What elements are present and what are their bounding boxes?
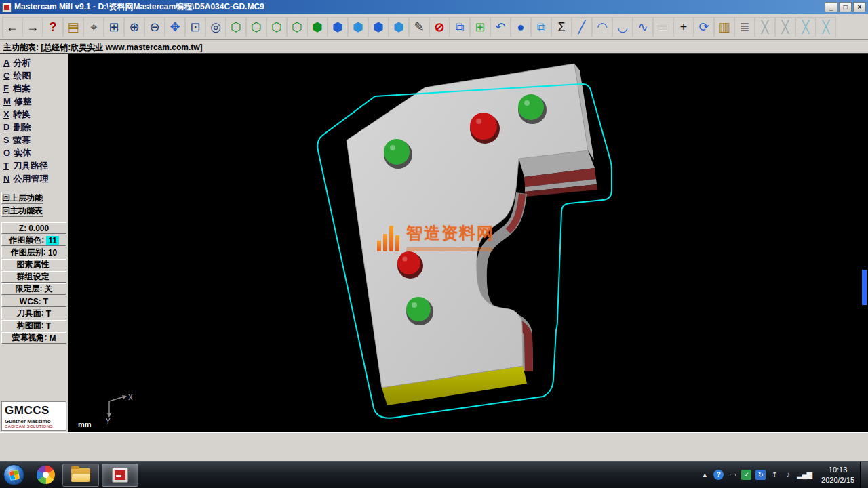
xform-rotate-button[interactable]: ╳ (775, 17, 795, 37)
analyze-button[interactable]: ⌖ (83, 17, 104, 37)
menu-label: 实体 (14, 147, 31, 159)
taskbar-clock[interactable]: 10:13 2020/2/15 (821, 465, 854, 485)
close-button[interactable]: × (853, 2, 866, 12)
rectangle-button[interactable]: ▭ (653, 17, 673, 37)
gview-top-button[interactable]: ⬡ (226, 17, 246, 37)
sidebar-spacer (0, 185, 68, 191)
tool-plane-row[interactable]: 刀具面:T (1, 308, 66, 319)
menu-label: 绘图 (13, 70, 31, 82)
back-button[interactable]: ← (2, 17, 22, 37)
status-value: 0.000 (28, 224, 49, 233)
screens-button[interactable]: ⧉ (450, 17, 470, 37)
tray-volume-icon[interactable]: ♪ (783, 470, 793, 480)
part-top-face (347, 64, 588, 388)
cplane-iso-button[interactable]: ⬢ (389, 17, 409, 37)
help-button[interactable]: ? (43, 17, 63, 37)
xform-scale-button[interactable]: ╳ (795, 17, 816, 37)
dynamic-rotate-button[interactable]: ⟳ (694, 17, 714, 37)
shading-button[interactable]: ● (511, 17, 531, 37)
sidebar-item-toolpaths[interactable]: T刀具路径 (0, 159, 68, 172)
wcs-row[interactable]: WCS:T (1, 296, 66, 307)
calculator-button[interactable]: Σ (551, 17, 572, 37)
zoom-target-button[interactable]: ◎ (205, 17, 226, 37)
tray-network-icon[interactable]: ▂▄▆ (797, 470, 812, 480)
menu-hotkey: F (3, 83, 9, 94)
menu-prompt-text: 主功能表: [总经销:欣昊实业 www.mastercam.com.tw] (3, 43, 203, 52)
menu-hotkey: O (3, 148, 10, 158)
system-tray: ▴?▭✓↻⇡♪▂▄▆ (700, 470, 812, 480)
line-button[interactable]: ╱ (572, 17, 592, 37)
gview-shaded-button[interactable]: ⬢ (307, 17, 328, 37)
tray-help-icon[interactable]: ? (713, 470, 724, 480)
group-row[interactable]: 群组设定 (1, 271, 66, 283)
taskbar-explorer-button[interactable] (62, 464, 99, 487)
toolbar-icon: ▤ (67, 21, 79, 33)
viewports-button[interactable]: ⧉ (531, 17, 551, 37)
tray-security-icon[interactable]: ✓ (741, 470, 751, 480)
drafting-button[interactable]: ≣ (734, 17, 755, 37)
gview-side-button[interactable]: ⬡ (267, 17, 287, 37)
toolbar-icon: ⬡ (271, 21, 282, 33)
sidebar-item-screen[interactable]: S萤幕 (0, 134, 68, 146)
fit-screen-button[interactable]: ⊡ (185, 17, 205, 37)
window-controls: _□× (825, 2, 866, 12)
solids-manager-button[interactable]: ▥ (714, 17, 734, 37)
gview-iso-button[interactable]: ⬡ (287, 17, 307, 37)
sidebar-item-delete[interactable]: D删除 (0, 121, 68, 134)
sidebar-item-modify[interactable]: M修整 (0, 95, 68, 108)
tray-usb-icon[interactable]: ⇡ (770, 470, 779, 480)
z-depth-row[interactable]: Z:0.000 (1, 222, 66, 234)
cplane-side-button[interactable]: ⬢ (368, 17, 389, 37)
forward-button[interactable]: → (22, 17, 43, 37)
graphics-viewport[interactable]: 智造资料网 X Y mm (68, 54, 868, 432)
cplane-row[interactable]: 构图面:T (1, 320, 66, 331)
viewport-scroll-marker[interactable] (862, 270, 867, 305)
fillet-button[interactable]: ◡ (612, 17, 633, 37)
sidebar-item-analysis[interactable]: A分析 (0, 56, 68, 69)
status-label: 作图颜色: (9, 235, 44, 246)
point-button[interactable]: + (673, 17, 694, 37)
tray-update-icon[interactable]: ↻ (755, 470, 766, 480)
tray-show-hidden-icon[interactable]: ▴ (700, 470, 709, 480)
taskbar-mastercam-button[interactable] (102, 464, 138, 487)
undo-button[interactable]: ↶ (490, 17, 511, 37)
level-row[interactable]: 作图层别:10 (1, 247, 66, 258)
menu-label: 刀具路径 (13, 160, 48, 172)
delete-button[interactable]: ⊘ (429, 17, 450, 37)
zoom-in-button[interactable]: ⊕ (124, 17, 144, 37)
backup-menu-button[interactable]: 回上层功能 (1, 192, 43, 204)
gmccs-logo-title: GMCCS (5, 404, 63, 418)
gview-front-button[interactable]: ⬡ (246, 17, 267, 37)
sidebar-item-solids[interactable]: O实体 (0, 146, 68, 159)
cplane-front-button[interactable]: ⬢ (348, 17, 368, 37)
file-button[interactable]: ▤ (63, 17, 83, 37)
menu-hotkey: A (3, 58, 9, 68)
status-value: T (46, 321, 51, 331)
attributes-row[interactable]: 图素属性 (1, 259, 66, 270)
show-desktop-button[interactable] (860, 462, 868, 488)
sidebar-item-file[interactable]: F档案 (0, 82, 68, 95)
sidebar-item-xform[interactable]: X转换 (0, 108, 68, 121)
sidebar-item-create[interactable]: C绘图 (0, 69, 68, 82)
menu-hotkey: S (3, 135, 9, 145)
gview-row[interactable]: 萤幕视角:M (1, 332, 66, 344)
xform-offset-button[interactable]: ╳ (816, 17, 836, 37)
arc-button[interactable]: ◠ (592, 17, 612, 37)
color-row[interactable]: 作图颜色:11 (1, 235, 66, 246)
maximize-button[interactable]: □ (839, 2, 852, 12)
sidebar-item-utilities[interactable]: N公用管理 (0, 172, 68, 185)
spline-button[interactable]: ∿ (633, 17, 653, 37)
cplane-top-button[interactable]: ⬢ (328, 17, 348, 37)
zoom-window-button[interactable]: ⊞ (104, 17, 124, 37)
level-mask-row[interactable]: 限定层:关 (1, 283, 66, 295)
start-button[interactable] (3, 464, 24, 485)
pan-button[interactable]: ✥ (165, 17, 185, 37)
main-menu-button[interactable]: 回主功能表 (1, 205, 43, 217)
screen-add-button[interactable]: ⊞ (470, 17, 490, 37)
tray-display-icon[interactable]: ▭ (728, 470, 737, 480)
repaint-button[interactable]: ✎ (409, 17, 429, 37)
zoom-out-button[interactable]: ⊖ (144, 17, 165, 37)
taskbar-browser-button[interactable] (31, 463, 60, 487)
minimize-button[interactable]: _ (825, 2, 837, 12)
xform-mirror-button[interactable]: ╳ (755, 17, 775, 37)
